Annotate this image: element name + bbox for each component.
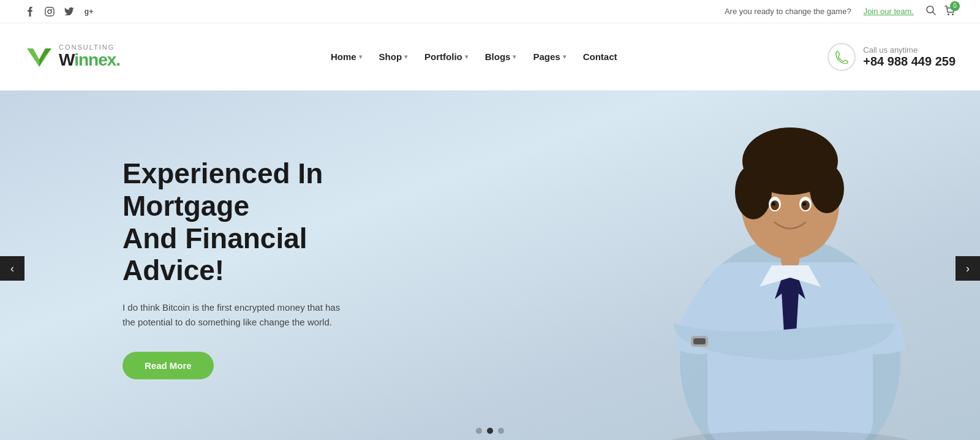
logo-icon	[24, 42, 54, 72]
cart-icon[interactable]: 0	[944, 6, 956, 18]
logo-name: Winnex.	[59, 51, 120, 70]
svg-point-23	[802, 202, 806, 206]
svg-point-2	[51, 9, 53, 10]
logo-text: Consulting Winnex.	[59, 44, 120, 70]
nav-item-pages[interactable]: Pages ▾	[533, 51, 565, 62]
top-bar: g+ Are you ready to change the game? Joi…	[0, 0, 980, 23]
social-icons: g+	[24, 6, 94, 17]
phone-text: Call us anytime +84 988 449 259	[863, 45, 956, 69]
top-bar-promo: Are you ready to change the game? Join o…	[725, 6, 956, 18]
chevron-down-icon: ▾	[404, 53, 407, 60]
svg-rect-25	[693, 338, 706, 344]
phone-section: Call us anytime +84 988 449 259	[827, 43, 956, 71]
svg-point-1	[48, 10, 51, 13]
svg-line-4	[933, 12, 936, 15]
slider-next-button[interactable]: ›	[956, 256, 980, 281]
svg-point-5	[948, 13, 949, 15]
hero-figure	[600, 91, 980, 440]
chevron-down-icon: ▾	[359, 53, 362, 60]
chevron-down-icon: ▾	[563, 53, 566, 60]
slider-dot-1[interactable]	[476, 428, 482, 434]
promo-link[interactable]: Join our team.	[864, 7, 914, 16]
slider-dot-2[interactable]	[487, 428, 493, 434]
slider-dot-3[interactable]	[498, 428, 504, 434]
header: Consulting Winnex. Home ▾ Shop ▾ Portfol…	[0, 23, 980, 91]
phone-label: Call us anytime	[863, 45, 956, 55]
main-nav: Home ▾ Shop ▾ Portfolio ▾ Blogs ▾ Pages …	[331, 51, 617, 62]
phone-number: +84 988 449 259	[863, 55, 956, 69]
logo[interactable]: Consulting Winnex.	[24, 42, 120, 72]
twitter-icon[interactable]	[64, 6, 75, 17]
nav-item-home[interactable]: Home ▾	[331, 51, 362, 62]
facebook-icon[interactable]	[24, 6, 36, 17]
hero-title: Experienced In Mortgage And Financial Ad…	[123, 157, 368, 287]
chevron-down-icon: ▾	[513, 53, 516, 60]
svg-point-22	[772, 202, 775, 206]
promo-text: Are you ready to change the game?	[725, 7, 851, 16]
svg-point-16	[735, 164, 772, 219]
svg-point-17	[810, 164, 844, 213]
read-more-button[interactable]: Read More	[123, 352, 214, 379]
hero-section: Experienced In Mortgage And Financial Ad…	[0, 91, 980, 440]
hero-content: Experienced In Mortgage And Financial Ad…	[0, 157, 368, 380]
instagram-icon[interactable]	[44, 6, 55, 17]
nav-item-contact[interactable]: Contact	[583, 51, 617, 62]
slider-dots	[476, 428, 504, 434]
svg-point-6	[952, 13, 954, 15]
chevron-down-icon: ▾	[465, 53, 468, 60]
hero-subtitle: I do think Bitcoin is the first encrypte…	[123, 300, 355, 330]
nav-item-portfolio[interactable]: Portfolio ▾	[424, 51, 468, 62]
nav-item-shop[interactable]: Shop ▾	[379, 51, 408, 62]
svg-rect-0	[45, 7, 54, 16]
cart-count: 0	[950, 1, 960, 11]
googleplus-icon[interactable]: g+	[83, 6, 94, 17]
top-bar-icons: 0	[926, 6, 956, 18]
phone-icon	[827, 43, 856, 71]
search-icon[interactable]	[926, 6, 936, 17]
nav-item-blogs[interactable]: Blogs ▾	[485, 51, 516, 62]
slider-prev-button[interactable]: ‹	[0, 256, 24, 281]
